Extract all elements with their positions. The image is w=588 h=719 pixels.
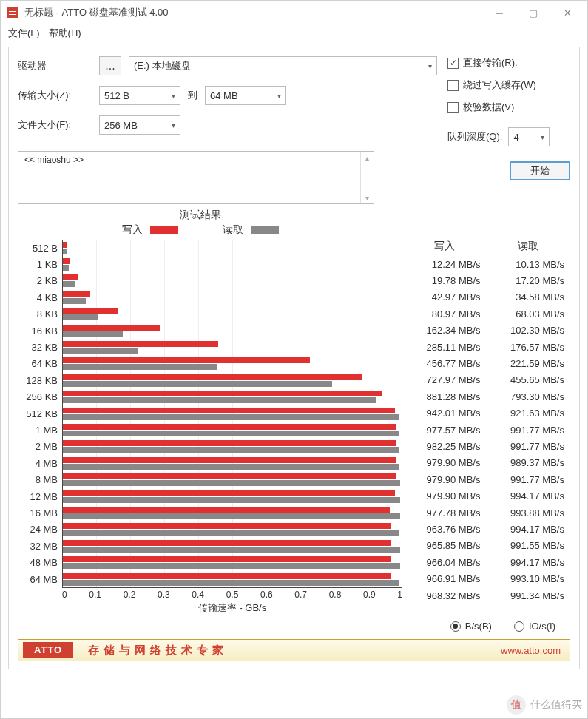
legend-write-swatch <box>150 226 178 234</box>
scroll-up-icon[interactable]: ▴ <box>361 152 374 163</box>
y-tick-label: 4 MB <box>18 455 58 471</box>
menu-bar: 文件(F) 帮助(H) <box>1 24 587 42</box>
start-button[interactable]: 开始 <box>510 161 570 180</box>
bar-pair <box>63 356 402 372</box>
x-tick-label: 0.3 <box>158 590 170 600</box>
y-tick-label: 512 KB <box>18 405 58 422</box>
write-bar <box>63 507 390 513</box>
read-value: 793.30 MB/s <box>487 388 571 405</box>
y-tick-label: 32 KB <box>18 339 58 355</box>
read-value: 994.17 MB/s <box>487 487 571 504</box>
label-bypass: 绕过写入缓存(W) <box>463 78 536 92</box>
read-value: 991.77 MB/s <box>487 471 571 487</box>
scroll-down-icon[interactable]: ▾ <box>361 192 374 203</box>
bar-pair <box>63 273 402 289</box>
bar-pair <box>63 455 402 471</box>
tx-from-value: 512 B <box>104 90 129 101</box>
radio-io-per-sec[interactable]: IO/s(I) <box>514 621 555 632</box>
write-value: 162.34 MB/s <box>402 323 487 339</box>
write-bar <box>63 540 391 546</box>
queue-depth-value: 4 <box>513 132 518 143</box>
description-box[interactable]: << miaoshu >> ▴▾ <box>18 151 374 204</box>
radio-bytes-per-sec[interactable]: B/s(B) <box>450 621 492 632</box>
y-tick-label: 8 KB <box>18 306 58 323</box>
read-column-header: 读取 <box>487 240 571 256</box>
read-bar <box>63 314 98 320</box>
bar-pair <box>63 306 402 323</box>
menu-file[interactable]: 文件(F) <box>8 27 40 40</box>
read-bar <box>63 513 400 519</box>
drive-select[interactable]: (E:) 本地磁盘 ▾ <box>129 56 437 75</box>
bar-pair <box>63 538 402 554</box>
bar-pair <box>63 240 402 256</box>
menu-help[interactable]: 帮助(H) <box>49 27 81 40</box>
write-value: 19.78 MB/s <box>402 272 487 288</box>
write-value: 942.01 MB/s <box>402 405 487 422</box>
write-value: 982.25 MB/s <box>402 438 487 454</box>
y-tick-label: 8 MB <box>18 471 58 487</box>
radio-icon <box>450 621 461 632</box>
close-button[interactable]: ✕ <box>550 1 584 24</box>
watermark-text: 什么值得买 <box>530 698 582 712</box>
label-queue-depth: 队列深度(Q): <box>447 130 502 144</box>
x-tick-label: 0.2 <box>124 590 136 600</box>
read-bar <box>63 431 399 436</box>
write-value: 979.90 MB/s <box>402 487 487 504</box>
read-value: 993.10 MB/s <box>487 570 571 587</box>
write-bar <box>63 357 310 363</box>
checkbox-bypass[interactable]: 绕过写入缓存(W) <box>447 78 570 92</box>
bar-pair <box>63 504 402 521</box>
y-tick-label: 16 KB <box>18 323 58 339</box>
read-value: 993.88 MB/s <box>487 504 571 521</box>
write-bar <box>63 556 391 562</box>
bar-pair <box>63 521 402 538</box>
window-title: 无标题 - ATTO 磁盘基准测试 4.00 <box>24 6 482 19</box>
transfer-size-to-select[interactable]: 64 MB ▾ <box>205 86 286 105</box>
read-bar <box>63 497 400 503</box>
chart: 512 B1 KB2 KB4 KB8 KB16 KB32 KB64 KB128 … <box>18 240 402 615</box>
bar-pair <box>63 372 402 388</box>
read-value: 17.20 MB/s <box>487 272 571 288</box>
y-tick-label: 4 KB <box>18 289 58 306</box>
read-value: 455.65 MB/s <box>487 372 571 388</box>
write-value: 727.97 MB/s <box>402 372 487 388</box>
bar-pair <box>63 488 402 504</box>
scrollbar[interactable]: ▴▾ <box>360 152 374 203</box>
watermark: 值 什么值得买 <box>507 695 582 715</box>
bar-pair <box>63 422 402 438</box>
x-tick-label: 0.1 <box>89 590 101 600</box>
transfer-size-from-select[interactable]: 512 B ▾ <box>99 86 180 105</box>
read-bar <box>63 447 399 453</box>
queue-depth-select[interactable]: 4 ▾ <box>508 127 550 146</box>
write-value: 963.76 MB/s <box>402 521 487 537</box>
bar-pair <box>63 339 402 355</box>
read-bar <box>63 464 399 470</box>
read-value: 68.03 MB/s <box>487 306 571 322</box>
x-tick-label: 0.9 <box>363 590 376 600</box>
write-bar <box>63 325 160 331</box>
footer-banner: ATTO 存储与网络技术专家 www.atto.com <box>18 639 570 661</box>
read-bar <box>63 480 400 486</box>
read-value: 176.57 MB/s <box>487 339 571 355</box>
write-bar <box>63 473 396 479</box>
bar-pair <box>63 289 402 306</box>
y-tick-label: 48 MB <box>18 554 58 570</box>
maximize-button[interactable]: ▢ <box>516 1 550 24</box>
x-tick-label: 0 <box>62 590 67 600</box>
write-value: 979.90 MB/s <box>402 471 487 487</box>
read-value: 991.34 MB/s <box>487 587 571 604</box>
file-size-select[interactable]: 256 MB ▾ <box>99 115 180 135</box>
checkbox-verify[interactable]: 校验数据(V) <box>447 101 570 114</box>
chevron-down-icon: ▾ <box>172 92 175 100</box>
write-value: 977.57 MB/s <box>402 422 487 438</box>
minimize-button[interactable]: ─ <box>482 1 516 24</box>
checkbox-direct[interactable]: ✓ 直接传输(R). <box>447 56 570 70</box>
read-value: 991.77 MB/s <box>487 422 571 438</box>
read-value: 102.30 MB/s <box>487 323 571 339</box>
y-tick-label: 2 KB <box>18 273 58 289</box>
y-tick-label: 24 MB <box>18 521 58 538</box>
atto-logo: ATTO <box>23 642 73 658</box>
browse-button[interactable]: ... <box>99 56 121 75</box>
read-value: 991.77 MB/s <box>487 438 571 454</box>
write-bar <box>63 258 70 264</box>
